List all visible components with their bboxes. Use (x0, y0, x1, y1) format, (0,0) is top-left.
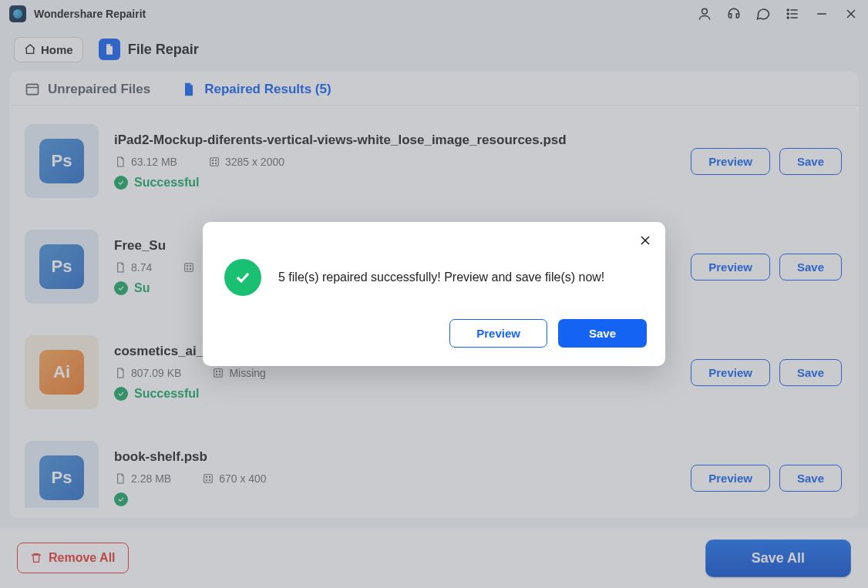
modal-preview-button[interactable]: Preview (449, 319, 547, 348)
success-modal: 5 file(s) repaired successfully! Preview… (203, 222, 665, 366)
success-check-icon (224, 259, 261, 296)
modal-overlay: 5 file(s) repaired successfully! Preview… (0, 0, 868, 588)
close-icon (638, 233, 653, 248)
modal-close-button[interactable] (638, 233, 653, 251)
modal-save-button[interactable]: Save (558, 319, 647, 348)
modal-message: 5 file(s) repaired successfully! Preview… (278, 270, 604, 284)
